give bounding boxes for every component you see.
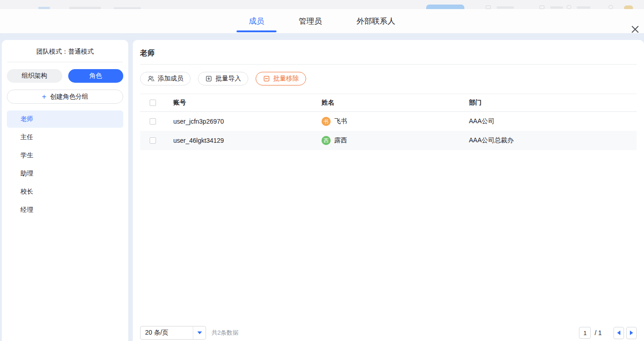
mode-toggle-group: 组织架构 角色	[7, 69, 123, 83]
batch-import-label: 批量导入	[216, 75, 241, 83]
create-role-group-button[interactable]: + 创建角色分组	[7, 90, 123, 104]
table-row[interactable]: user_jcfn3p26970 书 飞书 AAA公司	[140, 112, 637, 131]
next-page-button[interactable]	[626, 327, 637, 339]
cell-department: AAA公司	[469, 117, 637, 125]
tab-admins-label: 管理员	[299, 16, 322, 26]
tab-group: 成员 管理员 外部联系人	[236, 9, 408, 33]
chevron-down-icon	[197, 331, 202, 334]
background-ghost-icon	[609, 5, 613, 9]
background-ghost	[497, 6, 514, 9]
next-page-icon	[630, 331, 633, 335]
user-avatar: 西	[322, 136, 331, 145]
pagination-bar: 20 条/页 共2条数据 / 1	[140, 325, 637, 341]
batch-import-icon	[205, 75, 212, 82]
tab-external-contacts[interactable]: 外部联系人	[344, 9, 408, 33]
role-item-principal[interactable]: 校长	[7, 183, 123, 201]
main-panel: 老师 添加成员 批量导入	[133, 40, 644, 341]
select-all-checkbox[interactable]	[150, 100, 156, 106]
members-table: 账号 姓名 部门 user_jcfn3p26970 书 飞书 AAA公司	[140, 94, 637, 150]
add-member-icon	[147, 75, 155, 82]
toolbar: 添加成员 批量导入 批量移除	[140, 72, 637, 85]
role-item-manager[interactable]: 经理	[7, 201, 123, 219]
tab-members-label: 成员	[249, 16, 264, 26]
background-ghost-icon	[567, 5, 571, 9]
role-item-director[interactable]: 主任	[7, 129, 123, 146]
sidebar: 团队模式：普通模式 组织架构 角色 + 创建角色分组 老师 主任 学生 助理 校…	[2, 40, 128, 341]
row-checkbox[interactable]	[150, 137, 156, 144]
prev-page-icon	[617, 331, 620, 335]
tab-external-contacts-label: 外部联系人	[357, 16, 395, 26]
page-size-select[interactable]: 20 条/页	[140, 326, 206, 340]
batch-remove-button[interactable]: 批量移除	[256, 72, 306, 85]
add-member-label: 添加成员	[158, 75, 183, 83]
page-total-label: / 1	[594, 329, 602, 336]
role-item-student[interactable]: 学生	[7, 147, 123, 164]
cell-name: 露西	[334, 136, 347, 145]
tab-members[interactable]: 成员	[236, 9, 277, 33]
cell-account: user_46lgkt34129	[164, 137, 320, 144]
background-ghost-avatar	[624, 5, 633, 9]
cell-name: 飞书	[334, 117, 347, 125]
background-ghost-icon	[486, 5, 491, 9]
user-avatar: 书	[322, 117, 331, 126]
table-row[interactable]: user_46lgkt34129 西 露西 AAA公司总裁办	[140, 131, 637, 150]
active-tab-underline	[236, 30, 277, 32]
batch-import-button[interactable]: 批量导入	[198, 72, 248, 85]
org-structure-toggle[interactable]: 组织架构	[7, 69, 62, 83]
role-item-assistant[interactable]: 助理	[7, 165, 123, 182]
tab-admins[interactable]: 管理员	[287, 9, 334, 33]
page-size-value: 20 条/页	[141, 329, 193, 337]
batch-remove-label: 批量移除	[273, 75, 299, 83]
column-header-name: 姓名	[320, 99, 469, 107]
cell-department: AAA公司总裁办	[469, 136, 637, 145]
column-header-department: 部门	[469, 99, 637, 107]
background-ghost	[577, 6, 590, 9]
member-management-screen: 成员 管理员 外部联系人 团队模式：普通模式 组织架构 角色	[0, 0, 644, 341]
page-title: 老师	[140, 40, 637, 58]
table-header-row: 账号 姓名 部门	[140, 94, 637, 112]
close-icon	[631, 25, 639, 33]
background-ghost-icon	[539, 5, 544, 9]
content-background: 团队模式：普通模式 组织架构 角色 + 创建角色分组 老师 主任 学生 助理 校…	[0, 33, 644, 341]
page-number-input[interactable]	[579, 327, 591, 339]
create-role-group-label: 创建角色分组	[50, 93, 88, 101]
background-page-strip	[0, 0, 644, 9]
main-divider	[140, 64, 637, 65]
role-list: 老师 主任 学生 助理 校长 经理	[2, 110, 128, 219]
prev-page-button[interactable]	[614, 327, 624, 339]
roles-toggle[interactable]: 角色	[68, 69, 124, 83]
modal-tabbar: 成员 管理员 外部联系人	[0, 9, 644, 33]
column-header-account: 账号	[164, 99, 320, 107]
plus-icon: +	[42, 93, 46, 100]
row-checkbox[interactable]	[150, 118, 156, 125]
team-mode-label: 团队模式：普通模式	[2, 48, 128, 56]
sidebar-divider	[7, 62, 123, 62]
cell-account: user_jcfn3p26970	[164, 118, 320, 125]
role-item-teacher[interactable]: 老师	[7, 110, 123, 128]
background-ghost	[550, 6, 563, 9]
add-member-button[interactable]: 添加成员	[140, 72, 191, 85]
batch-remove-icon	[263, 75, 270, 82]
total-count-label: 共2条数据	[211, 329, 238, 337]
